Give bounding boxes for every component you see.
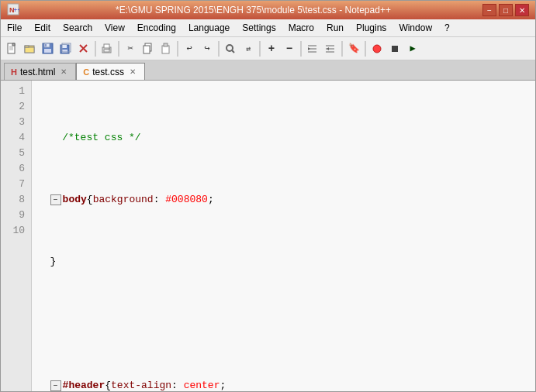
svg-rect-37 — [392, 46, 398, 52]
svg-rect-22 — [104, 50, 109, 52]
line-num-8: 8 — [7, 192, 25, 208]
close-button[interactable] — [75, 40, 92, 57]
find-button[interactable] — [222, 40, 239, 57]
svg-text:++: ++ — [13, 6, 19, 14]
cut-button[interactable]: ✂ — [122, 40, 139, 57]
paste-button[interactable] — [157, 40, 175, 57]
svg-rect-25 — [144, 46, 150, 53]
svg-rect-13 — [45, 44, 47, 46]
minimize-button[interactable]: − — [482, 4, 496, 16]
line-num-6: 6 — [7, 161, 25, 177]
line-num-2: 2 — [7, 99, 25, 115]
new-button[interactable] — [4, 40, 21, 57]
window-controls: − □ ✕ — [482, 4, 529, 16]
tab-html[interactable]: H test.html ✕ — [4, 63, 76, 80]
tab-css-icon: C — [83, 67, 89, 77]
code-line-1: /*test css */ — [38, 130, 529, 146]
menu-settings[interactable]: Settings — [236, 21, 282, 35]
svg-line-29 — [232, 50, 234, 53]
tab-css-label: test.css — [92, 67, 124, 77]
fold-icon-2[interactable]: − — [50, 194, 61, 205]
find-replace-button[interactable]: ⇄ — [240, 40, 257, 57]
line-num-1: 1 — [7, 84, 25, 99]
code-line-4 — [38, 316, 529, 332]
line-num-5: 5 — [7, 146, 25, 161]
line-num-9: 9 — [7, 208, 25, 223]
code-line-5: −#header{text-align: center; — [38, 378, 529, 392]
line-num-7: 7 — [7, 177, 25, 192]
tab-html-icon: H — [11, 67, 17, 77]
bookmark-button[interactable]: 🔖 — [345, 40, 362, 57]
separator-3 — [177, 41, 178, 57]
redo-button[interactable]: ↪ — [199, 40, 216, 57]
fold-icon-5[interactable]: − — [50, 380, 61, 391]
app-icon: N ++ — [7, 3, 19, 18]
separator-6 — [300, 41, 302, 57]
svg-rect-12 — [44, 49, 51, 53]
save-all-button[interactable] — [57, 40, 74, 57]
toolbar: ✂ ↩ ↪ ⇄ + − 🔖 ▶ — [1, 37, 535, 60]
menu-run[interactable]: Run — [320, 21, 350, 35]
editor[interactable]: 1 2 3 4 5 6 7 8 9 10 /*test css */ −body… — [1, 81, 535, 392]
tab-css-close[interactable]: ✕ — [127, 67, 138, 77]
separator-8 — [365, 41, 366, 57]
title-bar: N ++ *E:\GMU SPRING 2015\ENGH 375\module… — [1, 1, 535, 19]
close-button[interactable]: ✕ — [515, 4, 529, 16]
svg-rect-21 — [104, 44, 109, 48]
menu-file[interactable]: File — [1, 21, 28, 35]
code-area[interactable]: /*test css */ −body{background: #008080;… — [32, 81, 535, 392]
outdent-button[interactable] — [322, 40, 339, 57]
separator-2 — [118, 41, 119, 57]
menu-view[interactable]: View — [99, 21, 131, 35]
menu-search[interactable]: Search — [57, 21, 99, 35]
svg-point-23 — [109, 48, 110, 50]
line-numbers: 1 2 3 4 5 6 7 8 9 10 — [1, 81, 32, 392]
svg-point-36 — [373, 45, 381, 53]
menu-help[interactable]: ? — [438, 21, 456, 35]
macro-stop-button[interactable] — [386, 40, 403, 57]
code-line-2: −body{background: #008080; — [38, 192, 529, 208]
indent-button[interactable] — [304, 40, 321, 57]
svg-rect-8 — [25, 47, 34, 53]
code-line-3: } — [38, 254, 529, 270]
line-num-4: 4 — [7, 130, 25, 146]
menu-plugins[interactable]: Plugins — [350, 21, 392, 35]
zoom-in-button[interactable]: + — [263, 40, 280, 57]
macro-play-button[interactable]: ▶ — [404, 40, 421, 57]
menu-window[interactable]: Window — [392, 21, 438, 35]
tabs-bar: H test.html ✕ C test.css ✕ — [1, 60, 535, 81]
menu-language[interactable]: Language — [182, 21, 236, 35]
separator-1 — [95, 41, 96, 57]
line-num-10: 10 — [7, 223, 25, 239]
open-button[interactable] — [22, 40, 39, 57]
menu-bar: File Edit Search View Encoding Language … — [1, 19, 535, 37]
tab-css[interactable]: C test.css ✕ — [76, 63, 145, 80]
menu-edit[interactable]: Edit — [28, 21, 57, 35]
tab-html-label: test.html — [20, 67, 55, 77]
separator-4 — [218, 41, 220, 57]
menu-encoding[interactable]: Encoding — [131, 21, 182, 35]
svg-rect-15 — [62, 45, 67, 48]
copy-button[interactable] — [140, 40, 157, 57]
undo-button[interactable]: ↩ — [181, 40, 198, 57]
menu-macro[interactable]: Macro — [282, 21, 320, 35]
save-button[interactable] — [40, 40, 57, 57]
zoom-out-button[interactable]: − — [281, 40, 298, 57]
separator-7 — [341, 41, 343, 57]
svg-point-28 — [227, 45, 233, 51]
print-button[interactable] — [99, 40, 116, 57]
maximize-button[interactable]: □ — [499, 4, 513, 16]
title-text: *E:\GMU SPRING 2015\ENGH 375\module 5\te… — [24, 5, 482, 15]
svg-rect-27 — [164, 43, 168, 46]
svg-rect-9 — [25, 46, 29, 47]
separator-5 — [259, 41, 261, 57]
line-num-3: 3 — [7, 115, 25, 130]
macro-record-button[interactable] — [368, 40, 386, 57]
tab-html-close[interactable]: ✕ — [58, 67, 69, 77]
